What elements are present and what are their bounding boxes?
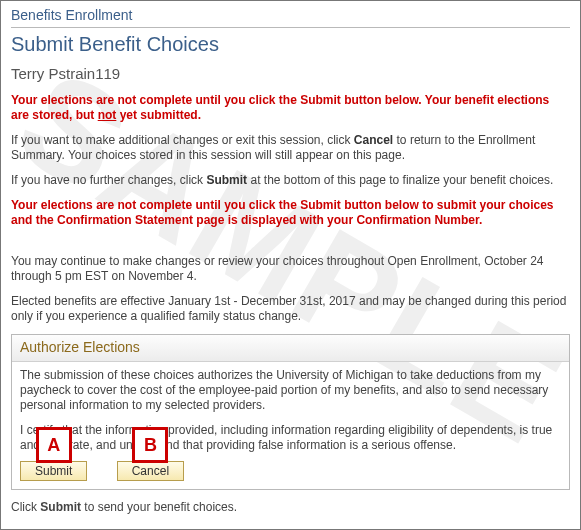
warning1-post: yet submitted. [116,108,201,122]
warning1-underlined: not [98,108,117,122]
authorize-body-1: The submission of these choices authoriz… [20,368,561,413]
warning1-pre: Your elections are not complete until yo… [11,93,549,122]
footer-post: to send your benefit choices. [81,500,237,514]
user-name: Terry Pstrain119 [11,65,570,84]
instruction-submit: If you have no further changes, click Su… [11,173,570,188]
callout-marker-b: B [132,427,168,463]
cancel-button[interactable]: Cancel [117,461,184,481]
plain1-pre: If you want to make additional changes o… [11,133,354,147]
footer-bold: Submit [40,500,81,514]
plain2-bold: Submit [206,173,247,187]
open-enrollment-info: You may continue to make changes or revi… [11,254,570,284]
authorize-elections-box: Authorize Elections The submission of th… [11,334,570,490]
warning-message-1: Your elections are not complete until yo… [11,93,570,123]
plain2-pre: If you have no further changes, click [11,173,206,187]
page-title: Submit Benefit Choices [11,32,570,57]
authorize-elections-header: Authorize Elections [12,335,569,362]
footer-instruction: Click Submit to send your benefit choice… [11,500,570,515]
effective-date-info: Elected benefits are effective January 1… [11,294,570,324]
plain2-post: at the bottom of this page to finalize y… [247,173,553,187]
submit-button[interactable]: Submit [20,461,87,481]
instruction-cancel: If you want to make additional changes o… [11,133,570,163]
warning-message-2: Your elections are not complete until yo… [11,198,570,228]
plain1-bold: Cancel [354,133,393,147]
callout-marker-a: A [36,427,72,463]
footer-pre: Click [11,500,40,514]
authorize-body-2: I certify that the information provided,… [20,423,561,453]
section-title: Benefits Enrollment [11,7,570,28]
